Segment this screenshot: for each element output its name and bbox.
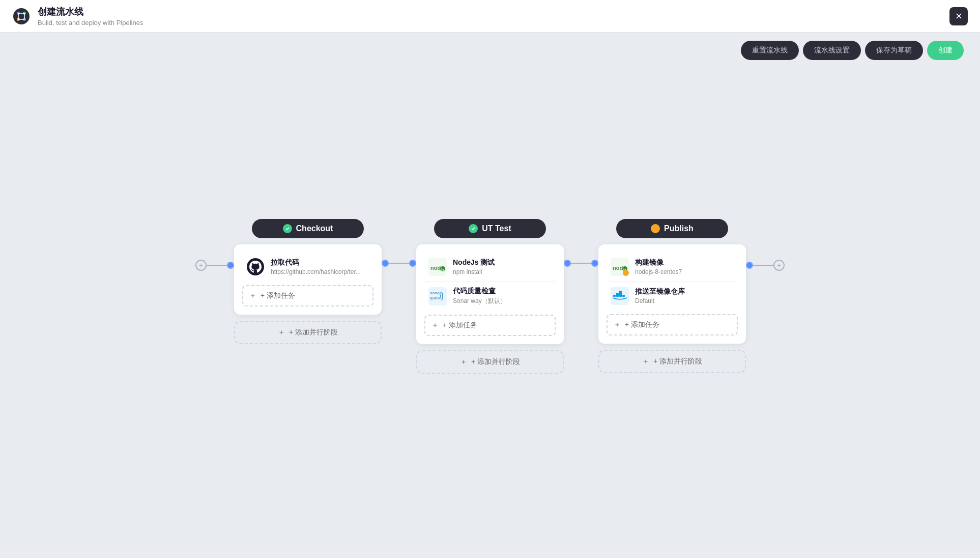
task-nodejs-name: NodeJs 测试 [453, 258, 552, 267]
stage-checkout-card: 拉取代码 https://github.com/hashicorp/ter...… [234, 244, 382, 315]
stage-uttest-card: node js NodeJs 测试 npm install [416, 244, 564, 344]
task-push-info: 推送至镜像仓库 Default [635, 287, 734, 304]
add-parallel-publish-button[interactable]: ＋ + 添加并行阶段 [598, 350, 746, 373]
plus-icon: ＋ [278, 328, 285, 337]
stage-publish-card: node js 构建镜像 nodejs-8-centos7 [598, 244, 746, 344]
svg-text:js: js [441, 267, 445, 272]
task-sonar-sub: Sonar way（默认） [453, 297, 552, 305]
plus-icon: ＋ [431, 321, 439, 330]
stage-checkout-header: Checkout [252, 219, 364, 238]
stage-checkout-label: Checkout [296, 224, 333, 233]
connector-2-3 [564, 260, 598, 267]
connector-line-right [753, 265, 773, 266]
header: 创建流水线 Build, test and deploy with Pipeli… [0, 0, 980, 33]
stage-publish-header: Publish [616, 219, 728, 238]
stage-publish: Publish node js 构建镜像 [598, 219, 746, 373]
sonar-icon: sonar qube [428, 287, 447, 305]
left-connector: + [195, 260, 234, 271]
pipeline: + Checkout [195, 219, 785, 374]
connector-dot-2r [564, 260, 571, 267]
task-pullcode-name: 拉取代码 [271, 258, 369, 267]
stage-uttest: UT Test node js NodeJs 测试 n [416, 219, 564, 374]
task-build-image-info: 构建镜像 nodejs-8-centos7 [635, 258, 734, 275]
right-connector: + [746, 260, 785, 271]
connector-dot-2l [409, 260, 416, 267]
add-task-label: + 添加任务 [443, 321, 477, 330]
create-button[interactable]: 创建 [927, 41, 964, 60]
task-sonar-name: 代码质量检查 [453, 287, 552, 296]
task-push-name: 推送至镜像仓库 [635, 287, 734, 296]
plus-icon: ＋ [460, 357, 467, 367]
connector-line-2 [571, 263, 591, 264]
add-stage-left-button[interactable]: + [195, 260, 207, 271]
connector-dot-left [227, 262, 234, 269]
add-parallel-checkout-button[interactable]: ＋ + 添加并行阶段 [234, 321, 382, 344]
add-task-publish-button[interactable]: ＋ + 添加任务 [607, 314, 738, 336]
stage-checkout-status-dot [283, 224, 292, 233]
task-push-sub: Default [635, 297, 734, 304]
connector-dot-right [746, 262, 753, 269]
pipeline-settings-button[interactable]: 流水线设置 [803, 41, 861, 60]
header-left: 创建流水线 Build, test and deploy with Pipeli… [12, 6, 143, 26]
logo-icon [12, 7, 31, 25]
page-title: 创建流水线 [38, 6, 143, 18]
connector-1-2 [382, 260, 416, 267]
add-parallel-label: + 添加并行阶段 [289, 328, 338, 337]
task-push-registry[interactable]: 推送至镜像仓库 Default [607, 282, 738, 310]
plus-icon: ＋ [614, 320, 621, 329]
svg-rect-24 [619, 291, 622, 297]
svg-rect-22 [613, 295, 616, 297]
svg-text:qube: qube [430, 296, 440, 300]
add-parallel-label: + 添加并行阶段 [471, 357, 520, 367]
svg-text:sonar: sonar [430, 291, 441, 295]
toolbar: 重置流水线 流水线设置 保存为草稿 创建 [0, 33, 980, 68]
github-icon [246, 258, 265, 276]
close-icon: ✕ [955, 11, 963, 22]
stage-checkout: Checkout 拉取代码 https://github.com/hashico… [234, 219, 382, 344]
save-draft-button[interactable]: 保存为草稿 [865, 41, 923, 60]
page-subtitle: Build, test and deploy with Pipelines [38, 19, 143, 26]
add-task-checkout-button[interactable]: ＋ + 添加任务 [242, 285, 373, 306]
close-button[interactable]: ✕ [949, 7, 968, 25]
task-nodejs-test[interactable]: node js NodeJs 测试 npm install [424, 253, 556, 282]
add-parallel-uttest-button[interactable]: ＋ + 添加并行阶段 [416, 350, 564, 374]
stage-uttest-status-dot [469, 224, 478, 233]
task-sonar[interactable]: sonar qube 代码质量检查 Sonar way（默认） [424, 282, 556, 311]
connector-line [207, 265, 227, 266]
build-image-badge [623, 270, 629, 276]
stage-publish-status-dot [651, 224, 660, 233]
reset-pipeline-button[interactable]: 重置流水线 [741, 41, 799, 60]
stage-publish-label: Publish [664, 224, 694, 233]
task-build-image-name: 构建镜像 [635, 258, 734, 267]
add-parallel-label: + 添加并行阶段 [653, 357, 702, 366]
task-nodejs-sub: npm install [453, 268, 552, 275]
header-text: 创建流水线 Build, test and deploy with Pipeli… [38, 6, 143, 26]
svg-rect-25 [622, 295, 625, 297]
stage-uttest-label: UT Test [482, 224, 511, 233]
task-checkout-pullcode[interactable]: 拉取代码 https://github.com/hashicorp/ter... [242, 253, 373, 281]
task-nodejs-info: NodeJs 测试 npm install [453, 258, 552, 275]
stage-uttest-header: UT Test [434, 219, 546, 238]
pipeline-canvas: + Checkout [0, 68, 980, 558]
connector-line-1 [389, 263, 409, 264]
add-task-uttest-button[interactable]: ＋ + 添加任务 [424, 315, 556, 336]
add-task-label: + 添加任务 [625, 320, 659, 329]
svg-point-0 [13, 8, 30, 24]
task-pullcode-info: 拉取代码 https://github.com/hashicorp/ter... [271, 258, 369, 275]
nodejs-build-icon: node js [611, 258, 629, 276]
task-sonar-info: 代码质量检查 Sonar way（默认） [453, 287, 552, 305]
task-build-image[interactable]: node js 构建镜像 nodejs-8-centos7 [607, 253, 738, 282]
plus-icon: ＋ [249, 291, 256, 300]
add-task-label: + 添加任务 [261, 291, 295, 300]
nodejs-icon: node js [428, 258, 447, 276]
docker-icon [611, 287, 629, 305]
add-stage-right-button[interactable]: + [773, 260, 785, 271]
plus-icon: ＋ [642, 357, 649, 366]
task-build-image-sub: nodejs-8-centos7 [635, 268, 734, 275]
svg-rect-23 [616, 293, 619, 297]
task-pullcode-sub: https://github.com/hashicorp/ter... [271, 268, 369, 275]
connector-dot-3l [591, 260, 598, 267]
connector-dot-1r [382, 260, 389, 267]
